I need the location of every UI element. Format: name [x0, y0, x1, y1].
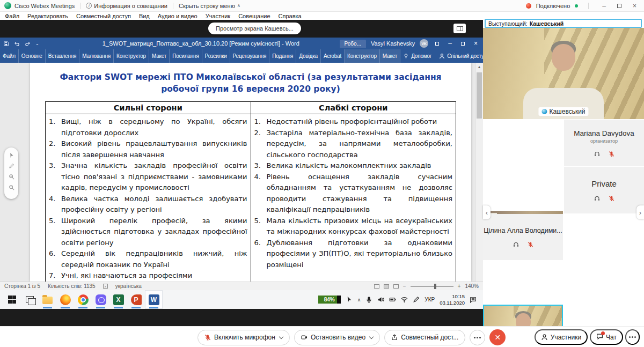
minimize-button[interactable]: –: [599, 3, 609, 9]
web-layout-icon[interactable]: [393, 284, 399, 289]
zoom-out-button[interactable]: −: [403, 283, 406, 289]
share-banner[interactable]: Просмотр экрана Кашевсь...: [208, 23, 301, 34]
ribbon-contextual-tab[interactable]: Макет: [380, 49, 400, 63]
ribbon-tab[interactable]: Макет: [149, 49, 170, 63]
layout-button[interactable]: [453, 24, 466, 33]
word-count[interactable]: Кількість слів: 1135: [48, 283, 96, 289]
tray-expand-icon[interactable]: ∧: [357, 297, 361, 302]
maximize-button[interactable]: [614, 3, 625, 9]
divider: [588, 3, 589, 9]
wifi-icon[interactable]: [401, 296, 408, 303]
menu-item[interactable]: Вид: [139, 13, 150, 19]
taskbar-firefox[interactable]: [56, 290, 74, 309]
ribbon-tab[interactable]: Файл: [0, 49, 19, 63]
leave-meeting-button[interactable]: ✕: [489, 329, 506, 345]
menu-item[interactable]: Файл: [5, 13, 19, 19]
ribbon-tab[interactable]: Довідка: [296, 49, 321, 63]
ribbon-tab[interactable]: Розсилки: [202, 49, 230, 63]
menu-item[interactable]: Совещание: [238, 13, 270, 19]
chevron-down-icon[interactable]: [279, 334, 283, 338]
ribbon-tab[interactable]: Подання: [269, 49, 296, 63]
unmute-button[interactable]: Включить микрофон: [197, 330, 290, 345]
carousel-prev-button[interactable]: ‹: [483, 205, 491, 219]
save-icon[interactable]: [3, 41, 9, 47]
document-title: 1_SWOT_матриця_Полтавс_ка_обл_30.10.20 […: [67, 40, 335, 47]
chat-button[interactable]: Чат: [590, 329, 623, 345]
taskbar-explorer[interactable]: [39, 290, 56, 309]
share-document-button[interactable]: Спільний доступ: [436, 53, 489, 59]
taskbar-powerpoint[interactable]: P: [127, 290, 145, 309]
read-mode-icon[interactable]: [374, 284, 379, 289]
undo-icon[interactable]: [14, 41, 20, 47]
participants-button[interactable]: Участники: [535, 329, 588, 345]
menu-item[interactable]: Аудио и видео: [158, 13, 197, 19]
carousel-next-button[interactable]: ›: [636, 205, 644, 219]
language-switch[interactable]: УКР: [425, 297, 435, 302]
annotation-pointer-icon[interactable]: [9, 152, 14, 158]
print-layout-icon[interactable]: [384, 284, 389, 289]
annotation-pen-icon[interactable]: [9, 163, 14, 169]
taskbar-excel[interactable]: X: [109, 290, 127, 309]
participant-tile-private[interactable]: Private: [564, 167, 644, 213]
taskbar-word[interactable]: W: [145, 290, 163, 309]
clock[interactable]: 10:15 03.11.2020: [440, 293, 465, 306]
list-item: 1.Недостатній рівень профорієнтаційної р…: [253, 116, 453, 128]
account-name[interactable]: Vasyl Kashevsky: [371, 40, 415, 47]
windows-ink-icon[interactable]: [413, 296, 420, 303]
ribbon-tab[interactable]: Вставлення: [46, 49, 80, 63]
start-button[interactable]: [3, 290, 21, 309]
tray-battery-icon[interactable]: [389, 296, 396, 303]
zoom-in-icon[interactable]: [9, 174, 14, 180]
share-content-button[interactable]: Совместный дост...: [384, 330, 465, 345]
menu-item[interactable]: Редактировать: [27, 13, 68, 19]
avatar[interactable]: VK: [420, 39, 428, 48]
ribbon-contextual-tab[interactable]: Конструктор: [345, 49, 380, 63]
taskbar-viber[interactable]: [92, 290, 109, 309]
cursor-icon: [346, 296, 353, 303]
panel-more-button[interactable]: [625, 329, 640, 345]
language-indicator[interactable]: українська: [115, 283, 142, 289]
chevron-down-icon[interactable]: [369, 334, 374, 338]
participant-tile-mariana[interactable]: Mariana Davydova организатор: [564, 120, 644, 166]
action-center-icon[interactable]: [470, 296, 477, 303]
help-tab[interactable]: Допомог: [400, 53, 434, 59]
ribbon-tab[interactable]: Посилання: [170, 49, 202, 63]
word-restore-button[interactable]: [459, 40, 467, 47]
zoom-level[interactable]: 140%: [465, 283, 479, 289]
vertical-scrollbar[interactable]: ▲: [475, 63, 483, 282]
tray-mic-icon[interactable]: [365, 296, 372, 303]
menu-item[interactable]: Справка: [279, 13, 302, 19]
redo-icon[interactable]: [25, 41, 31, 47]
menu-item[interactable]: Участник: [206, 13, 230, 19]
task-view-button[interactable]: [21, 290, 39, 309]
firefox-icon: [60, 294, 71, 305]
main-speaker-video[interactable]: Кашевський: [483, 28, 644, 119]
ribbon-tab[interactable]: Acrobat: [321, 49, 345, 63]
zoom-slider-thumb[interactable]: [434, 284, 436, 289]
more-options-button[interactable]: [470, 330, 485, 345]
ribbon-tab[interactable]: Основне: [19, 49, 46, 63]
word-minimize-button[interactable]: –: [446, 40, 454, 47]
ribbon-tab[interactable]: Малювання: [79, 49, 114, 63]
stop-video-button[interactable]: Остановить видео: [294, 330, 380, 345]
zoom-in-button[interactable]: +: [458, 283, 461, 289]
scroll-up-icon[interactable]: ▲: [475, 63, 483, 69]
meeting-info-button[interactable]: Информация о совещании: [94, 3, 167, 9]
qat-customize-icon[interactable]: ⌄: [35, 41, 39, 46]
zoom-out-icon[interactable]: [9, 184, 14, 190]
page-indicator[interactable]: Сторінка 1 із 5: [4, 283, 40, 289]
ribbon-tab[interactable]: Конструктор: [114, 49, 149, 63]
battery-widget[interactable]: 84%: [318, 296, 341, 304]
zoom-slider[interactable]: [411, 286, 453, 287]
taskbar-chrome[interactable]: [74, 290, 92, 309]
scrollbar-thumb[interactable]: [477, 72, 482, 119]
participant-tile-tsilina[interactable]: Цілина Алла Володими...: [483, 214, 563, 260]
ribbon-tab[interactable]: Рецензування: [230, 49, 270, 63]
ribbon-display-icon[interactable]: [433, 40, 441, 47]
volume-icon[interactable]: [377, 296, 384, 303]
document-page[interactable]: Фактори SWOT мережі ПТО Миколаївської об…: [30, 63, 471, 282]
word-close-button[interactable]: ×: [472, 40, 480, 47]
hide-menu-button[interactable]: Скрыть строку меню: [179, 3, 235, 9]
close-button[interactable]: ×: [630, 3, 640, 9]
menu-item[interactable]: Совместный доступ: [76, 13, 131, 19]
